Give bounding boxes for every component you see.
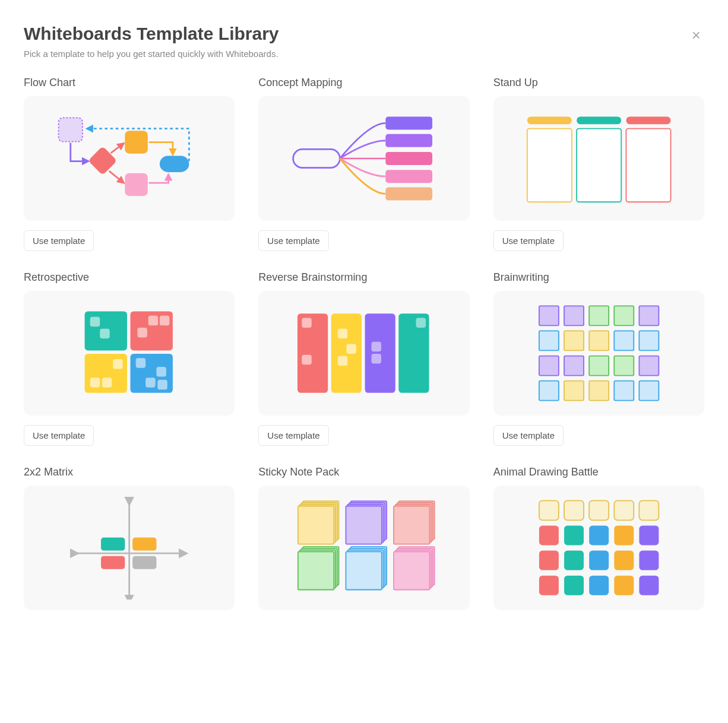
svg-rect-7 — [386, 134, 433, 147]
svg-rect-21 — [148, 316, 158, 325]
svg-rect-5 — [293, 149, 340, 167]
svg-rect-58 — [614, 356, 634, 376]
template-thumb-stand-up[interactable] — [493, 96, 704, 221]
svg-rect-11 — [527, 116, 571, 124]
template-title: 2x2 Matrix — [24, 466, 235, 478]
svg-rect-62 — [589, 381, 609, 401]
template-grid: Flow Chart — [24, 77, 704, 610]
svg-rect-37 — [338, 329, 347, 338]
template-thumb-concept-mapping[interactable] — [258, 96, 469, 221]
page-subtitle: Pick a template to help you get started … — [24, 49, 279, 59]
template-thumb-brainwriting[interactable] — [493, 291, 704, 416]
svg-rect-39 — [338, 356, 347, 366]
svg-rect-1 — [88, 146, 117, 175]
svg-rect-45 — [539, 306, 559, 325]
svg-rect-60 — [539, 381, 559, 401]
svg-rect-69 — [101, 556, 125, 569]
svg-rect-0 — [59, 118, 83, 141]
template-thumb-flow-chart[interactable] — [24, 96, 235, 221]
svg-rect-3 — [160, 156, 189, 172]
template-thumb-2x2-matrix[interactable] — [24, 486, 235, 610]
svg-rect-2 — [125, 131, 147, 153]
use-template-button[interactable]: Use template — [24, 425, 94, 446]
use-template-button[interactable]: Use template — [24, 230, 94, 251]
template-card-retrospective: Retrospective — [24, 271, 235, 446]
page-title: Whiteboards Template Library — [24, 24, 279, 44]
svg-rect-35 — [302, 355, 312, 364]
svg-rect-50 — [539, 331, 559, 350]
svg-rect-36 — [331, 313, 362, 393]
svg-rect-57 — [589, 356, 609, 376]
svg-rect-54 — [639, 331, 659, 350]
template-card-reverse-brainstorming: Reverse Brainstorming — [258, 271, 469, 446]
svg-rect-64 — [639, 381, 659, 401]
svg-rect-6 — [386, 116, 433, 129]
svg-rect-55 — [539, 356, 559, 376]
svg-rect-82 — [394, 506, 429, 544]
svg-rect-107 — [589, 551, 609, 570]
svg-rect-41 — [372, 342, 381, 351]
svg-rect-90 — [346, 551, 382, 589]
use-template-button[interactable]: Use template — [493, 425, 564, 446]
template-card-2x2-matrix: 2x2 Matrix — [24, 466, 235, 610]
svg-rect-19 — [100, 329, 109, 338]
svg-rect-40 — [365, 313, 395, 393]
template-title: Concept Mapping — [258, 77, 469, 89]
svg-rect-103 — [614, 525, 634, 545]
use-template-button[interactable]: Use template — [493, 230, 564, 251]
svg-rect-68 — [132, 538, 156, 551]
svg-rect-12 — [577, 116, 621, 124]
svg-rect-14 — [527, 129, 571, 202]
svg-rect-95 — [539, 500, 559, 520]
svg-rect-4 — [125, 173, 147, 196]
svg-rect-27 — [102, 378, 112, 387]
svg-rect-114 — [639, 576, 659, 595]
svg-rect-42 — [372, 354, 381, 363]
template-thumb-animal-drawing-battle[interactable] — [493, 486, 704, 610]
svg-rect-16 — [626, 129, 670, 202]
svg-rect-96 — [564, 500, 584, 520]
svg-rect-26 — [90, 378, 100, 387]
svg-rect-38 — [347, 344, 356, 353]
template-title: Stand Up — [493, 77, 704, 89]
svg-rect-111 — [564, 576, 584, 595]
svg-rect-56 — [564, 356, 584, 376]
template-card-concept-mapping: Concept Mapping Use template — [258, 77, 469, 251]
svg-rect-100 — [539, 525, 559, 545]
template-card-animal-drawing-battle: Animal Drawing Battle — [493, 466, 704, 610]
svg-rect-70 — [132, 556, 156, 569]
svg-rect-97 — [589, 500, 609, 520]
template-thumb-reverse-brainstorming[interactable] — [258, 291, 469, 416]
svg-rect-48 — [614, 306, 634, 325]
svg-rect-110 — [539, 576, 559, 595]
template-thumb-retrospective[interactable] — [24, 291, 235, 416]
svg-rect-47 — [589, 306, 609, 325]
svg-rect-104 — [639, 525, 659, 545]
template-card-sticky-note-pack: Sticky Note Pack — [258, 466, 469, 610]
close-icon[interactable]: × — [688, 24, 704, 46]
template-title: Flow Chart — [24, 77, 235, 89]
svg-rect-101 — [564, 525, 584, 545]
use-template-button[interactable]: Use template — [258, 425, 328, 446]
template-title: Retrospective — [24, 271, 235, 284]
svg-rect-18 — [90, 317, 100, 326]
svg-rect-106 — [564, 551, 584, 570]
svg-rect-108 — [614, 551, 634, 570]
svg-rect-13 — [626, 116, 670, 124]
svg-rect-46 — [564, 306, 584, 325]
svg-rect-51 — [564, 331, 584, 350]
svg-rect-34 — [302, 318, 312, 327]
template-card-flow-chart: Flow Chart — [24, 77, 235, 251]
svg-rect-113 — [614, 576, 634, 595]
template-title: Reverse Brainstorming — [258, 271, 469, 284]
svg-rect-9 — [386, 170, 433, 183]
template-title: Sticky Note Pack — [258, 466, 469, 478]
svg-rect-59 — [639, 356, 659, 376]
svg-rect-10 — [386, 188, 433, 201]
template-thumb-sticky-note-pack[interactable] — [258, 486, 469, 610]
svg-rect-53 — [614, 331, 634, 350]
svg-rect-44 — [416, 318, 426, 327]
svg-rect-99 — [639, 500, 659, 520]
use-template-button[interactable]: Use template — [258, 230, 328, 251]
svg-rect-109 — [639, 551, 659, 570]
